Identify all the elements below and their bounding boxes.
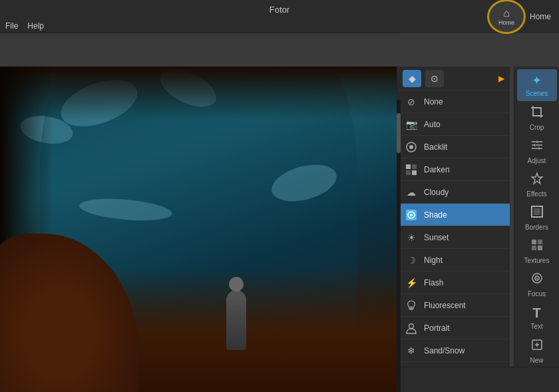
app-title: Fotor <box>270 5 289 15</box>
scene-backlit-icon <box>404 140 419 154</box>
scrollbar-thumb[interactable] <box>397 113 401 153</box>
textures-label: Textures <box>524 257 550 264</box>
tool-textures[interactable]: Textures <box>517 236 557 268</box>
borders-label: Borders <box>525 224 548 231</box>
adjust-label: Adjust <box>528 157 546 164</box>
focus-icon <box>530 272 544 288</box>
scene-auto-icon: 📷 <box>404 117 419 132</box>
text-icon: T <box>532 305 540 321</box>
home-circle-label: Home <box>498 19 514 26</box>
scenes-tabs: ◆ ⊙ ▶ <box>397 67 510 91</box>
svg-rect-4 <box>406 170 411 175</box>
scene-fluorescent-label: Fluorescent <box>424 301 466 310</box>
scene-portrait[interactable]: Portrait <box>397 317 510 339</box>
tab-camera[interactable]: ⊙ <box>425 70 444 87</box>
text-label: Text <box>530 323 542 330</box>
home-icon: ⌂ <box>503 7 510 19</box>
home-text[interactable]: Home <box>530 12 551 21</box>
scene-backlit-label: Backlit <box>424 142 447 152</box>
scene-cloudy[interactable]: ☁ Cloudy <box>397 181 510 204</box>
svg-point-12 <box>536 141 538 143</box>
top-right-area: ⌂ Home Home <box>401 0 559 33</box>
svg-rect-23 <box>534 208 540 215</box>
home-button-circle[interactable]: ⌂ Home <box>487 0 526 34</box>
scene-shade-label: Shade <box>424 210 447 220</box>
scene-night-label: Night <box>424 256 443 265</box>
scene-auto-label: Auto <box>424 120 441 129</box>
scenes-icon: ✦ <box>532 73 542 88</box>
scene-sand-snow-icon: ❄ <box>404 343 419 358</box>
photo-display <box>0 67 397 392</box>
scene-flash[interactable]: ⚡ Flash <box>397 272 510 294</box>
svg-rect-3 <box>412 164 417 169</box>
tool-effects[interactable]: Effects <box>517 169 557 201</box>
scene-shade-icon <box>404 208 419 222</box>
svg-point-11 <box>409 323 414 328</box>
svg-marker-21 <box>532 173 542 184</box>
scene-fluorescent-icon <box>404 298 419 313</box>
new-label: New <box>530 357 543 364</box>
scene-sand-snow-label: Sand/Snow <box>424 346 465 355</box>
canvas-area <box>0 67 397 392</box>
scene-darken-label: Darken <box>424 165 450 174</box>
tool-new[interactable]: New <box>517 335 557 367</box>
svg-rect-27 <box>538 246 542 250</box>
svg-rect-24 <box>532 240 536 244</box>
tool-adjust[interactable]: Adjust <box>517 136 557 168</box>
scene-fluorescent[interactable]: Fluorescent <box>397 294 510 317</box>
tool-scenes[interactable]: ✦ Scenes <box>517 69 557 101</box>
scene-darken-icon <box>404 162 419 177</box>
tool-focus[interactable]: Focus <box>517 268 557 300</box>
effects-label: Effects <box>526 190 546 198</box>
scene-none-label: None <box>424 97 443 106</box>
scene-shade[interactable]: Shade <box>397 204 510 226</box>
textures-icon <box>530 238 544 255</box>
tool-borders[interactable]: Borders <box>517 202 557 234</box>
borders-icon <box>530 205 544 222</box>
svg-rect-5 <box>412 170 417 175</box>
menu-help[interactable]: Help <box>27 21 44 31</box>
svg-point-1 <box>409 145 413 149</box>
scene-flash-label: Flash <box>424 278 443 288</box>
scenes-label: Scenes <box>526 90 548 97</box>
scene-auto[interactable]: 📷 Auto <box>397 113 510 136</box>
main-layout: ◆ ⊙ ▶ ⊘ None 📷 Auto Backlit <box>0 67 559 392</box>
crop-label: Crop <box>530 124 544 131</box>
active-indicator: ▶ <box>498 74 504 83</box>
right-sidebar: ✦ Scenes Crop Adjust Effects Borders <box>514 67 559 392</box>
effects-icon <box>530 172 544 188</box>
scene-night-icon: ☽ <box>404 253 419 268</box>
scene-portrait-label: Portrait <box>424 323 450 333</box>
scene-night[interactable]: ☽ Night <box>397 249 510 272</box>
new-icon <box>530 338 544 355</box>
tool-text[interactable]: T Text <box>517 301 557 333</box>
menu-file[interactable]: File <box>5 21 18 31</box>
svg-point-30 <box>536 278 538 279</box>
svg-point-18 <box>538 148 540 150</box>
scene-sunset[interactable]: ☀ Sunset <box>397 226 510 249</box>
svg-rect-2 <box>406 164 411 169</box>
svg-rect-26 <box>532 246 536 250</box>
scene-backlit[interactable]: Backlit <box>397 136 510 158</box>
scenes-area: ◆ ⊙ ▶ ⊘ None 📷 Auto Backlit <box>397 67 514 392</box>
scenes-scrollbar[interactable] <box>397 100 401 392</box>
tool-crop[interactable]: Crop <box>517 102 557 134</box>
scene-portrait-icon <box>404 321 419 335</box>
focus-label: Focus <box>528 290 546 297</box>
adjust-icon <box>530 138 544 155</box>
svg-rect-25 <box>538 240 542 244</box>
scene-none[interactable]: ⊘ None <box>397 91 510 113</box>
svg-point-15 <box>533 144 535 146</box>
svg-point-8 <box>410 214 413 216</box>
scene-darken[interactable]: Darken <box>397 158 510 181</box>
tab-scenes[interactable]: ◆ <box>403 70 421 87</box>
scenes-panel: ◆ ⊙ ▶ ⊘ None 📷 Auto Backlit <box>397 67 510 392</box>
photo-figure <box>226 290 246 350</box>
scene-sunset-label: Sunset <box>424 233 449 242</box>
scene-none-icon: ⊘ <box>404 95 419 109</box>
scene-sand-snow[interactable]: ❄ Sand/Snow <box>397 339 510 362</box>
crop-icon <box>530 105 544 122</box>
scene-sunset-icon: ☀ <box>404 230 419 245</box>
scene-flash-icon: ⚡ <box>404 276 419 290</box>
scene-cloudy-label: Cloudy <box>424 188 449 197</box>
